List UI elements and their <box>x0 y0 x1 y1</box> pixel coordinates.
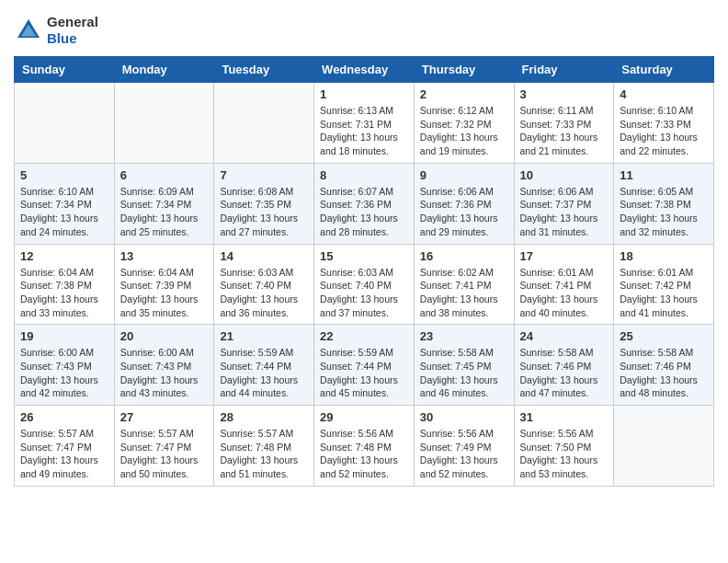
day-number: 13 <box>120 249 209 263</box>
day-number: 17 <box>520 249 609 263</box>
day-number: 27 <box>120 410 209 424</box>
day-info: Sunrise: 5:56 AM Sunset: 7:49 PM Dayligh… <box>420 427 508 481</box>
calendar-week-4: 19Sunrise: 6:00 AM Sunset: 7:43 PM Dayli… <box>15 325 714 406</box>
day-number: 6 <box>120 168 209 182</box>
day-info: Sunrise: 6:13 AM Sunset: 7:31 PM Dayligh… <box>320 104 408 158</box>
calendar-cell: 17Sunrise: 6:01 AM Sunset: 7:41 PM Dayli… <box>514 244 614 325</box>
day-info: Sunrise: 5:58 AM Sunset: 7:46 PM Dayligh… <box>520 346 609 400</box>
logo-general: General <box>47 14 98 29</box>
day-info: Sunrise: 6:04 AM Sunset: 7:38 PM Dayligh… <box>20 266 108 320</box>
calendar-cell: 5Sunrise: 6:10 AM Sunset: 7:34 PM Daylig… <box>15 163 115 244</box>
calendar-cell: 22Sunrise: 5:59 AM Sunset: 7:44 PM Dayli… <box>314 325 415 406</box>
calendar-cell: 2Sunrise: 6:12 AM Sunset: 7:32 PM Daylig… <box>414 83 514 164</box>
day-info: Sunrise: 5:56 AM Sunset: 7:48 PM Dayligh… <box>320 427 408 481</box>
day-info: Sunrise: 6:08 AM Sunset: 7:35 PM Dayligh… <box>220 185 308 239</box>
calendar-cell: 26Sunrise: 5:57 AM Sunset: 7:47 PM Dayli… <box>15 406 115 487</box>
day-number: 1 <box>320 87 408 101</box>
day-number: 31 <box>520 410 609 424</box>
calendar-cell: 3Sunrise: 6:11 AM Sunset: 7:33 PM Daylig… <box>514 83 614 164</box>
weekday-header-sunday: Sunday <box>15 57 115 83</box>
day-number: 3 <box>520 87 609 101</box>
day-info: Sunrise: 6:02 AM Sunset: 7:41 PM Dayligh… <box>420 266 508 320</box>
day-number: 10 <box>520 168 609 182</box>
day-number: 9 <box>420 168 508 182</box>
calendar-cell: 27Sunrise: 5:57 AM Sunset: 7:47 PM Dayli… <box>114 406 214 487</box>
calendar-cell: 25Sunrise: 5:58 AM Sunset: 7:46 PM Dayli… <box>614 325 714 406</box>
calendar-week-5: 26Sunrise: 5:57 AM Sunset: 7:47 PM Dayli… <box>15 406 714 487</box>
day-info: Sunrise: 5:59 AM Sunset: 7:44 PM Dayligh… <box>320 346 408 400</box>
calendar-cell: 6Sunrise: 6:09 AM Sunset: 7:34 PM Daylig… <box>114 163 214 244</box>
calendar-week-3: 12Sunrise: 6:04 AM Sunset: 7:38 PM Dayli… <box>15 244 714 325</box>
day-number: 8 <box>320 168 408 182</box>
weekday-header-friday: Friday <box>514 57 614 83</box>
day-number: 11 <box>620 168 708 182</box>
day-info: Sunrise: 6:06 AM Sunset: 7:37 PM Dayligh… <box>520 185 609 239</box>
day-info: Sunrise: 6:03 AM Sunset: 7:40 PM Dayligh… <box>320 266 408 320</box>
day-info: Sunrise: 6:00 AM Sunset: 7:43 PM Dayligh… <box>20 346 108 400</box>
day-info: Sunrise: 6:06 AM Sunset: 7:36 PM Dayligh… <box>420 185 508 239</box>
calendar-cell: 13Sunrise: 6:04 AM Sunset: 7:39 PM Dayli… <box>114 244 214 325</box>
calendar-week-1: 1Sunrise: 6:13 AM Sunset: 7:31 PM Daylig… <box>15 83 714 164</box>
day-info: Sunrise: 6:11 AM Sunset: 7:33 PM Dayligh… <box>520 104 609 158</box>
day-number: 25 <box>620 329 708 343</box>
calendar-cell <box>614 406 714 487</box>
calendar-cell: 4Sunrise: 6:10 AM Sunset: 7:33 PM Daylig… <box>614 83 714 164</box>
calendar-cell: 8Sunrise: 6:07 AM Sunset: 7:36 PM Daylig… <box>314 163 415 244</box>
calendar-cell: 28Sunrise: 5:57 AM Sunset: 7:48 PM Dayli… <box>214 406 314 487</box>
calendar-cell: 7Sunrise: 6:08 AM Sunset: 7:35 PM Daylig… <box>214 163 314 244</box>
calendar-cell: 1Sunrise: 6:13 AM Sunset: 7:31 PM Daylig… <box>314 83 415 164</box>
day-number: 14 <box>220 249 308 263</box>
calendar-cell: 18Sunrise: 6:01 AM Sunset: 7:42 PM Dayli… <box>614 244 714 325</box>
day-number: 22 <box>320 329 408 343</box>
weekday-header-tuesday: Tuesday <box>214 57 314 83</box>
day-number: 4 <box>620 87 708 101</box>
day-number: 20 <box>120 329 209 343</box>
day-info: Sunrise: 5:58 AM Sunset: 7:46 PM Dayligh… <box>620 346 708 400</box>
day-info: Sunrise: 6:04 AM Sunset: 7:39 PM Dayligh… <box>120 266 209 320</box>
day-number: 12 <box>20 249 108 263</box>
day-info: Sunrise: 5:57 AM Sunset: 7:48 PM Dayligh… <box>220 427 308 481</box>
logo: General Blue <box>14 14 98 47</box>
day-number: 28 <box>220 410 308 424</box>
day-number: 21 <box>220 329 308 343</box>
day-info: Sunrise: 6:07 AM Sunset: 7:36 PM Dayligh… <box>320 185 408 239</box>
day-number: 29 <box>320 410 408 424</box>
page-header: General Blue <box>14 14 714 47</box>
day-number: 7 <box>220 168 308 182</box>
weekday-header-row: SundayMondayTuesdayWednesdayThursdayFrid… <box>15 57 714 83</box>
day-info: Sunrise: 6:12 AM Sunset: 7:32 PM Dayligh… <box>420 104 508 158</box>
day-number: 23 <box>420 329 508 343</box>
weekday-header-monday: Monday <box>114 57 214 83</box>
calendar-cell: 10Sunrise: 6:06 AM Sunset: 7:37 PM Dayli… <box>514 163 614 244</box>
calendar-cell <box>15 83 115 164</box>
day-number: 24 <box>520 329 609 343</box>
weekday-header-saturday: Saturday <box>614 57 714 83</box>
calendar-week-2: 5Sunrise: 6:10 AM Sunset: 7:34 PM Daylig… <box>15 163 714 244</box>
calendar-cell: 14Sunrise: 6:03 AM Sunset: 7:40 PM Dayli… <box>214 244 314 325</box>
day-info: Sunrise: 6:10 AM Sunset: 7:34 PM Dayligh… <box>20 185 108 239</box>
calendar-cell: 31Sunrise: 5:56 AM Sunset: 7:50 PM Dayli… <box>514 406 614 487</box>
calendar-cell: 11Sunrise: 6:05 AM Sunset: 7:38 PM Dayli… <box>614 163 714 244</box>
logo-icon <box>14 16 43 45</box>
day-number: 18 <box>620 249 708 263</box>
calendar-cell: 16Sunrise: 6:02 AM Sunset: 7:41 PM Dayli… <box>414 244 514 325</box>
day-info: Sunrise: 5:56 AM Sunset: 7:50 PM Dayligh… <box>520 427 609 481</box>
calendar-cell <box>214 83 314 164</box>
day-number: 30 <box>420 410 508 424</box>
day-info: Sunrise: 6:00 AM Sunset: 7:43 PM Dayligh… <box>120 346 209 400</box>
day-number: 26 <box>20 410 108 424</box>
calendar-cell: 29Sunrise: 5:56 AM Sunset: 7:48 PM Dayli… <box>314 406 415 487</box>
day-number: 5 <box>20 168 108 182</box>
day-info: Sunrise: 6:10 AM Sunset: 7:33 PM Dayligh… <box>620 104 708 158</box>
day-number: 19 <box>20 329 108 343</box>
calendar-cell: 30Sunrise: 5:56 AM Sunset: 7:49 PM Dayli… <box>414 406 514 487</box>
logo-blue: Blue <box>47 30 77 46</box>
weekday-header-wednesday: Wednesday <box>314 57 415 83</box>
day-info: Sunrise: 6:09 AM Sunset: 7:34 PM Dayligh… <box>120 185 209 239</box>
calendar-cell: 15Sunrise: 6:03 AM Sunset: 7:40 PM Dayli… <box>314 244 415 325</box>
day-number: 15 <box>320 249 408 263</box>
weekday-header-thursday: Thursday <box>414 57 514 83</box>
day-number: 16 <box>420 249 508 263</box>
day-info: Sunrise: 6:03 AM Sunset: 7:40 PM Dayligh… <box>220 266 308 320</box>
day-info: Sunrise: 6:05 AM Sunset: 7:38 PM Dayligh… <box>620 185 708 239</box>
